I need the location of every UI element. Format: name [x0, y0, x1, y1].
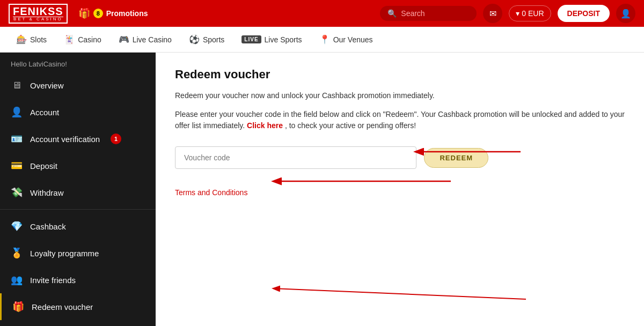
sidebar-item-overview[interactable]: 🖥 Overview [0, 72, 156, 99]
nav-sports[interactable]: ⚽ Sports [181, 30, 232, 49]
redeem-icon: 🎁 [12, 301, 24, 313]
cashback-icon: 💎 [11, 220, 23, 232]
search-bar[interactable]: 🔍 Search [380, 6, 477, 21]
promotions-label: Promotions [106, 9, 148, 18]
logo: FENIKSS BET & CASINO [9, 4, 68, 24]
sidebar-item-account[interactable]: 👤 Account [0, 99, 156, 125]
sidebar-item-loyalty[interactable]: 🏅 Loyalty programme [0, 240, 156, 266]
deposit-icon: 💳 [11, 160, 23, 172]
sidebar-loyalty-label: Loyalty programme [30, 249, 99, 258]
sidebar-item-deposit[interactable]: 💳 Deposit [0, 152, 156, 179]
sidebar-item-cashback[interactable]: 💎 Cashback [0, 213, 156, 240]
voucher-input-wrapper [175, 146, 422, 177]
sidebar: Hello LatviCasino! 🖥 Overview 👤 Account … [0, 53, 156, 326]
chevron-down-icon: ▾ [516, 9, 519, 18]
click-here-link[interactable]: Click here [247, 121, 283, 130]
nav-venues[interactable]: 📍 Our Venues [312, 30, 380, 49]
header: FENIKSS BET & CASINO 🎁 8 Promotions 🔍 Se… [0, 0, 644, 27]
logo-subtitle: BET & CASINO [13, 17, 63, 21]
logo-name: FENIKSS [13, 6, 63, 17]
sidebar-verification-label: Account verification [30, 135, 100, 144]
nav-casino[interactable]: 🃏 Casino [56, 30, 109, 49]
search-label: Search [401, 9, 425, 18]
sidebar-withdraw-label: Withdraw [30, 188, 64, 197]
nav-slots-label: Slots [30, 35, 47, 44]
nav-live-sports[interactable]: LIVE Live Sports [234, 31, 309, 48]
search-icon: 🔍 [387, 9, 397, 18]
voucher-input[interactable] [175, 146, 416, 169]
balance-button[interactable]: ▾ 0 EUR [509, 5, 551, 21]
balance-value: 0 EUR [522, 9, 544, 18]
withdraw-icon: 💸 [11, 187, 23, 198]
verification-icon: 🪪 [11, 133, 23, 145]
deposit-button[interactable]: DEPOSIT [558, 5, 610, 22]
sidebar-greeting: Hello LatviCasino! [0, 53, 156, 72]
promotions-badge: 8 [93, 9, 103, 18]
overview-icon: 🖥 [11, 80, 23, 91]
sidebar-divider [0, 209, 156, 210]
sidebar-item-invite[interactable]: 👥 Invite friends [0, 266, 156, 293]
profile-button[interactable]: 👤 [616, 4, 635, 23]
messages-button[interactable]: ✉ [483, 4, 502, 23]
nav-slots[interactable]: 🎰 Slots [9, 30, 54, 49]
redeem-label: REDEEM [440, 154, 473, 162]
content-desc1: Redeem your voucher now and unlock your … [175, 90, 625, 101]
nav-sports-label: Sports [203, 35, 224, 44]
casino-icon: 🃏 [64, 34, 75, 45]
sidebar-item-withdraw[interactable]: 💸 Withdraw [0, 179, 156, 206]
page-title: Redeem voucher [175, 68, 625, 82]
promotions-button[interactable]: 🎁 8 Promotions [78, 8, 148, 19]
sidebar-overview-label: Overview [30, 81, 64, 90]
sidebar-item-account-verification[interactable]: 🪪 Account verification 1 [0, 125, 156, 152]
live-casino-icon: 🎮 [119, 34, 129, 45]
nav-live-casino-label: Live Casino [133, 35, 172, 44]
sidebar-deposit-label: Deposit [30, 161, 57, 171]
sidebar-item-redeem[interactable]: 🎁 Redeem voucher [0, 293, 156, 320]
loyalty-icon: 🏅 [11, 247, 23, 259]
main-layout: Hello LatviCasino! 🖥 Overview 👤 Account … [0, 53, 644, 326]
desc2-after: , to check your active or pending offers… [285, 121, 416, 130]
nav-casino-label: Casino [78, 35, 101, 44]
content-area: Redeem voucher Redeem your voucher now a… [156, 53, 644, 326]
navbar: 🎰 Slots 🃏 Casino 🎮 Live Casino ⚽ Sports … [0, 27, 644, 53]
slots-icon: 🎰 [16, 34, 27, 45]
nav-live-sports-label: Live Sports [265, 35, 302, 44]
gift-icon: 🎁 [78, 8, 90, 19]
mail-icon: ✉ [489, 9, 496, 19]
deposit-label: DEPOSIT [567, 9, 600, 18]
sports-icon: ⚽ [189, 34, 200, 45]
terms-link[interactable]: Terms and Conditions [175, 188, 625, 197]
user-icon: 👤 [620, 9, 631, 19]
sidebar-account-label: Account [30, 108, 59, 117]
arrow-to-sidebar-redeem [274, 288, 526, 299]
content-desc2: Please enter your voucher code in the fi… [175, 109, 625, 131]
account-icon: 👤 [11, 106, 23, 118]
nav-venues-label: Our Venues [333, 35, 373, 44]
venues-icon: 📍 [319, 34, 330, 45]
invite-icon: 👥 [11, 274, 23, 286]
sidebar-redeem-label: Redeem voucher [32, 302, 93, 312]
redeem-button[interactable]: REDEEM [424, 148, 488, 168]
live-badge: LIVE [241, 35, 261, 43]
nav-live-casino[interactable]: 🎮 Live Casino [111, 30, 179, 49]
sidebar-cashback-label: Cashback [30, 222, 66, 231]
sidebar-invite-label: Invite friends [30, 276, 76, 285]
verification-badge: 1 [111, 134, 121, 144]
